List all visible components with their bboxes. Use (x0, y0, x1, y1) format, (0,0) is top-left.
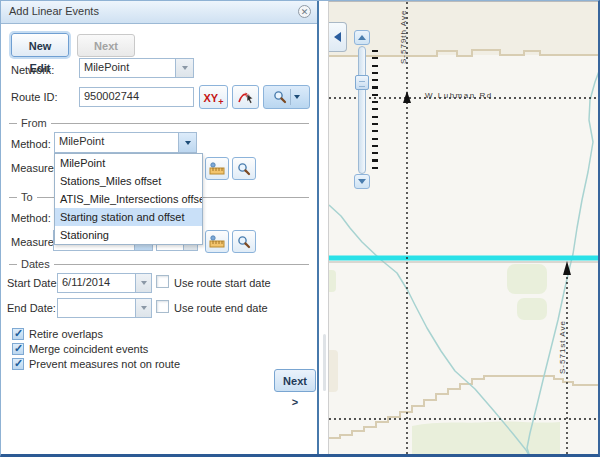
network-dropdown-arrow[interactable] (175, 59, 193, 77)
arrow-up-icon (358, 35, 366, 40)
route-id-label: Route ID: (11, 91, 57, 103)
panel-splitter[interactable] (319, 1, 328, 454)
to-method-label: Method: (11, 212, 51, 224)
from-section-legend: From (9, 117, 309, 129)
search-icon (237, 162, 251, 176)
from-method-label: Method: (11, 138, 51, 150)
network-value: MilePoint (84, 61, 129, 73)
start-date-value: 6/11/2014 (62, 276, 110, 288)
close-icon[interactable]: ✕ (298, 5, 311, 18)
end-date-field[interactable] (57, 298, 152, 318)
from-method-combobox[interactable]: MilePoint (54, 132, 197, 153)
button-divider (290, 89, 291, 105)
use-route-end-date-label: Use route end date (174, 302, 268, 314)
retire-overlaps-label: Retire overlaps (29, 328, 103, 340)
from-method-dropdown-arrow[interactable] (178, 133, 196, 152)
search-icon (237, 235, 251, 249)
from-measure-search-button[interactable] (232, 157, 256, 180)
dropdown-option[interactable]: Stations_Miles offset (55, 172, 202, 190)
scrollbar-thumb[interactable] (323, 334, 326, 391)
use-route-start-date-label: Use route start date (174, 277, 271, 289)
start-date-label: Start Date: (7, 277, 60, 289)
from-measure-ruler-button[interactable] (205, 157, 229, 180)
merge-coincident-events-checkbox[interactable] (12, 343, 24, 355)
dates-section-legend: Dates (9, 258, 309, 270)
chevron-down-icon (182, 66, 188, 70)
end-date-label: End Date: (7, 302, 56, 314)
road-label-w-luhman-rd: W Luhman Rd (425, 91, 493, 100)
route-search-split-button[interactable] (263, 85, 310, 109)
chevron-down-icon (185, 141, 191, 145)
xy-icon: XY+ (204, 88, 224, 107)
route-id-input[interactable]: 950002744 (79, 87, 194, 107)
from-measure-label: Measure: (11, 162, 57, 174)
zoom-in-button[interactable] (354, 30, 370, 45)
zoom-out-button[interactable] (354, 174, 370, 189)
app-window: Add Linear Events ✕ New Edit Next Edit N… (0, 0, 600, 457)
chevron-down-icon (141, 281, 147, 285)
dropdown-option-highlighted[interactable]: Starting station and offset (55, 208, 202, 226)
end-date-dropdown-arrow[interactable] (135, 299, 151, 317)
select-route-on-map-button[interactable] (232, 85, 259, 109)
zoom-level-ticks (372, 50, 378, 173)
chevron-down-icon (141, 306, 147, 310)
to-measure-ruler-button[interactable] (205, 230, 229, 253)
ruler-icon (209, 162, 225, 176)
new-edit-button[interactable]: New Edit (11, 33, 69, 57)
retire-overlaps-checkbox[interactable] (12, 328, 24, 340)
method-dropdown-list: MilePoint Stations_Miles offset ATIS_Mil… (54, 153, 203, 245)
chevron-left-icon (334, 32, 341, 42)
start-date-dropdown-arrow[interactable] (135, 274, 151, 292)
network-label: Network: (11, 64, 54, 76)
chevron-down-icon (294, 95, 300, 99)
collapse-panel-button[interactable] (329, 22, 347, 52)
road-label-s579th-ave: S-579th Ave (399, 10, 408, 64)
zoom-slider-track[interactable] (358, 46, 366, 174)
from-method-value: MilePoint (59, 135, 104, 147)
map-viewport[interactable]: S-579th Ave W Luhman Rd S-571st Ave (328, 1, 598, 454)
xy-coordinates-button[interactable]: XY+ (199, 85, 228, 109)
arrow-down-icon (358, 179, 366, 184)
merge-coincident-events-label: Merge coincident events (29, 343, 148, 355)
network-combobox[interactable]: MilePoint (79, 58, 194, 78)
prevent-measures-label: Prevent measures not on route (29, 358, 180, 370)
dropdown-option[interactable]: Stationing (55, 226, 202, 244)
ruler-icon (209, 235, 225, 249)
next-button[interactable]: Next > (274, 369, 316, 392)
add-linear-events-panel: Add Linear Events ✕ New Edit Next Edit N… (1, 1, 319, 454)
dropdown-option[interactable]: ATIS_Mile_Intersections offset (55, 190, 202, 208)
use-route-start-date-checkbox[interactable] (156, 275, 169, 288)
prevent-measures-checkbox[interactable] (12, 358, 24, 370)
route-id-value: 950002744 (84, 90, 139, 102)
to-measure-label: Measure: (11, 236, 57, 248)
select-on-map-icon (238, 89, 254, 105)
use-route-end-date-checkbox[interactable] (156, 300, 169, 313)
panel-titlebar: Add Linear Events ✕ (1, 1, 317, 24)
dropdown-option[interactable]: MilePoint (55, 154, 202, 172)
map-canvas (329, 2, 598, 454)
zoom-slider-handle[interactable] (355, 75, 369, 90)
start-date-field[interactable]: 6/11/2014 (57, 273, 152, 293)
road-label-s571st-ave: S-571st Ave (558, 320, 567, 374)
to-measure-search-button[interactable] (232, 230, 256, 253)
next-edit-button[interactable]: Next Edit (77, 34, 135, 57)
search-icon (273, 90, 287, 104)
panel-title: Add Linear Events (9, 5, 99, 17)
